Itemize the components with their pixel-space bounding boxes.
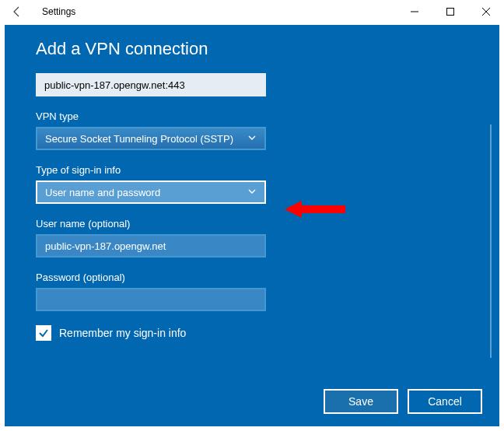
vpn-dialog: Add a VPN connection public-vpn-187.open… <box>5 25 499 426</box>
server-input[interactable]: public-vpn-187.opengw.net:443 <box>36 73 266 96</box>
signin-dropdown[interactable]: User name and password <box>36 180 266 204</box>
vpntype-dropdown[interactable]: Secure Socket Tunneling Protocol (SSTP) <box>36 127 266 150</box>
window-title: Settings <box>42 6 75 17</box>
remember-label: Remember my sign-in info <box>59 327 186 339</box>
vpntype-value: Secure Socket Tunneling Protocol (SSTP) <box>45 133 233 145</box>
password-label: Password (optional) <box>36 272 468 283</box>
close-button[interactable] <box>468 0 504 23</box>
vpntype-label: VPN type <box>36 110 468 122</box>
server-value: public-vpn-187.opengw.net:443 <box>44 79 185 91</box>
chevron-down-icon <box>247 133 257 145</box>
content-area: Add a VPN connection public-vpn-187.open… <box>0 23 504 431</box>
signin-field: Type of sign-in info User name and passw… <box>36 164 468 204</box>
dialog-body: Add a VPN connection public-vpn-187.open… <box>36 39 468 372</box>
vpntype-field: VPN type Secure Socket Tunneling Protoco… <box>36 110 468 150</box>
button-bar: Save Cancel <box>324 389 482 414</box>
save-button[interactable]: Save <box>324 389 398 414</box>
annotation-arrow <box>285 198 347 224</box>
settings-window: Settings Add a VPN connection public-vpn… <box>0 0 504 431</box>
back-button[interactable] <box>6 5 28 18</box>
remember-checkbox[interactable] <box>36 325 51 341</box>
username-input[interactable]: public-vpn-187.opengw.net <box>36 234 266 258</box>
chevron-down-icon <box>247 187 257 198</box>
signin-value: User name and password <box>45 187 160 198</box>
password-field: Password (optional) <box>36 272 468 311</box>
titlebar: Settings <box>0 0 504 23</box>
password-input[interactable] <box>36 288 266 311</box>
server-field: public-vpn-187.opengw.net:443 <box>36 73 468 96</box>
username-value: public-vpn-187.opengw.net <box>45 240 166 252</box>
remember-row: Remember my sign-in info <box>36 325 468 341</box>
username-field: User name (optional) public-vpn-187.open… <box>36 218 468 258</box>
save-label: Save <box>348 395 373 408</box>
svg-marker-4 <box>285 201 345 218</box>
scrollbar-thumb[interactable] <box>490 124 492 358</box>
cancel-label: Cancel <box>428 395 462 408</box>
cancel-button[interactable]: Cancel <box>408 389 482 414</box>
svg-rect-1 <box>447 8 454 15</box>
username-label: User name (optional) <box>36 218 468 230</box>
dialog-title: Add a VPN connection <box>36 39 468 59</box>
maximize-button[interactable] <box>432 0 468 23</box>
minimize-button[interactable] <box>397 0 432 23</box>
signin-label: Type of sign-in info <box>36 164 468 176</box>
window-controls <box>397 0 504 23</box>
